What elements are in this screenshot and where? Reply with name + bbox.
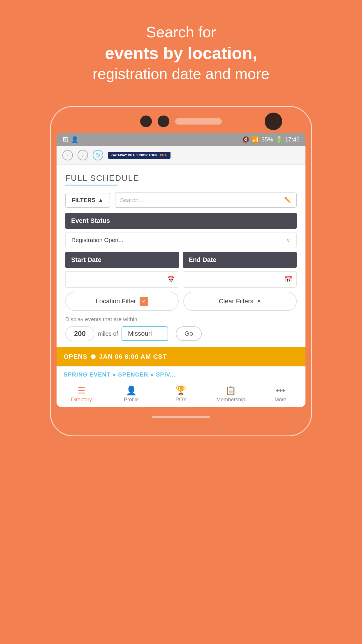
gateway-logo-text: GATEWAY PGA JUNIOR TOUR xyxy=(111,153,158,157)
start-calendar-icon: 📅 xyxy=(167,276,175,283)
event-status-header: Event Status xyxy=(65,213,297,229)
bottom-navigation: ☰ Directory 👤 Profile 🏆 POY 📋 Membership… xyxy=(57,381,305,407)
membership-label: Membership xyxy=(216,397,245,403)
hero-section: Search for events by location, registrat… xyxy=(0,23,362,83)
pga-logo-text: PGA xyxy=(160,153,167,157)
front-camera xyxy=(265,113,282,130)
mute-icon: 🔇 xyxy=(242,136,249,143)
event-opens-bar: OPENS JAN 06 8:00 AM CST xyxy=(57,347,305,366)
filter-chevron-up-icon: ▲ xyxy=(98,197,104,204)
date-inputs: 📅 📅 xyxy=(65,271,297,288)
status-bar: 🖼 👤 🔇 📶 35% 🔋 17:46 xyxy=(57,133,305,146)
directory-label: Directory xyxy=(71,397,92,403)
clear-filters-label: Clear Filters xyxy=(219,298,254,305)
status-left-icons: 🖼 👤 xyxy=(62,136,78,143)
battery-percent: 35% xyxy=(261,136,273,143)
filters-label: FILTERS xyxy=(72,197,96,204)
battery-icon: 🔋 xyxy=(275,136,283,143)
search-placeholder: Search... xyxy=(120,197,143,204)
app-content: FULL SCHEDULE FILTERS ▲ Search... ✏️ Eve… xyxy=(57,165,305,381)
browser-bar: ‹ › ↻ GATEWAY PGA JUNIOR TOUR PGA xyxy=(57,146,305,165)
partial-event-item[interactable]: SPRING EVENT ● SPENCER ● SPIV... xyxy=(57,366,305,381)
location-filter-checkbox: ✓ xyxy=(140,297,148,306)
opens-date: JAN 06 8:00 AM CST xyxy=(99,353,167,360)
end-date-input[interactable]: 📅 xyxy=(183,271,297,288)
phone-shell: 🖼 👤 🔇 📶 35% 🔋 17:46 ‹ › ↻ GATEWAY PGA JU… xyxy=(50,106,312,436)
nav-item-membership[interactable]: 📋 Membership xyxy=(213,385,248,403)
miles-of-label: miles of xyxy=(98,330,118,337)
registration-dropdown[interactable]: Registration Open... ∨ xyxy=(65,232,297,248)
end-date-header: End Date xyxy=(183,252,297,268)
distance-row: 200 miles of Missouri Go xyxy=(65,326,297,341)
poy-trophy-icon: 🏆 xyxy=(175,385,186,396)
forward-button[interactable]: › xyxy=(78,150,88,160)
nav-item-profile[interactable]: 👤 Profile xyxy=(114,385,149,403)
phone-screen: 🖼 👤 🔇 📶 35% 🔋 17:46 ‹ › ↻ GATEWAY PGA JU… xyxy=(57,133,305,407)
photo-icon: 🖼 xyxy=(62,136,68,143)
distance-value[interactable]: 200 xyxy=(65,326,94,341)
poy-label: POY xyxy=(175,397,187,403)
speaker-dot-right xyxy=(158,116,169,127)
title-underline xyxy=(65,185,118,186)
opens-dot xyxy=(91,354,96,359)
wifi-icon: 📶 xyxy=(252,136,259,143)
opens-label: OPENS xyxy=(64,353,87,360)
section-title: FULL SCHEDULE xyxy=(65,174,297,183)
user-icon: 👤 xyxy=(71,136,78,143)
action-button-row: Location Filter ✓ Clear Filters ✕ xyxy=(65,292,297,311)
phone-home-indicator xyxy=(152,416,210,418)
clear-filters-button[interactable]: Clear Filters ✕ xyxy=(183,292,297,311)
location-input[interactable]: Missouri xyxy=(122,326,168,341)
refresh-button[interactable]: ↻ xyxy=(93,150,103,160)
status-right-info: 🔇 📶 35% 🔋 17:46 xyxy=(242,136,300,143)
partial-event-text: SPRING EVENT ● SPENCER ● SPIV... xyxy=(64,371,175,378)
distance-prompt: Display events that are within xyxy=(65,316,297,323)
filters-button[interactable]: FILTERS ▲ xyxy=(65,193,110,208)
speaker-dot-left xyxy=(140,116,152,127)
profile-label: Profile xyxy=(124,397,139,403)
go-button[interactable]: Go xyxy=(176,326,202,341)
nav-item-directory[interactable]: ☰ Directory xyxy=(64,385,99,403)
date-headers: Start Date End Date xyxy=(65,252,297,268)
speaker-pill xyxy=(175,118,222,125)
profile-icon: 👤 xyxy=(126,385,137,396)
clock: 17:46 xyxy=(285,136,300,143)
start-date-header: Start Date xyxy=(65,252,179,268)
pga-logo: GATEWAY PGA JUNIOR TOUR PGA xyxy=(108,152,171,159)
hero-line3: registration date and more xyxy=(0,65,362,83)
more-label: More xyxy=(275,397,287,403)
clear-x-icon: ✕ xyxy=(257,298,261,304)
end-calendar-icon: 📅 xyxy=(284,276,292,283)
start-date-input[interactable]: 📅 xyxy=(65,271,179,288)
membership-icon: 📋 xyxy=(225,385,236,396)
hero-line2: events by location, xyxy=(0,43,362,63)
dropdown-chevron-down-icon: ∨ xyxy=(286,237,291,244)
registration-open-text: Registration Open... xyxy=(71,237,123,244)
hero-line1: Search for xyxy=(0,23,362,41)
directory-icon: ☰ xyxy=(78,385,85,396)
filter-row: FILTERS ▲ Search... ✏️ xyxy=(65,192,297,208)
gateway-logo: GATEWAY PGA JUNIOR TOUR PGA xyxy=(108,152,171,159)
nav-item-more[interactable]: ••• More xyxy=(263,386,298,403)
location-filter-button[interactable]: Location Filter ✓ xyxy=(65,292,179,311)
phone-top xyxy=(57,116,305,127)
back-button[interactable]: ‹ xyxy=(62,150,73,160)
more-dots-icon: ••• xyxy=(276,386,285,396)
nav-item-poy[interactable]: 🏆 POY xyxy=(164,385,198,403)
search-bar[interactable]: Search... ✏️ xyxy=(115,192,297,208)
location-filter-label: Location Filter xyxy=(96,298,136,305)
search-pen-icon[interactable]: ✏️ xyxy=(284,197,291,204)
divider xyxy=(172,328,172,340)
